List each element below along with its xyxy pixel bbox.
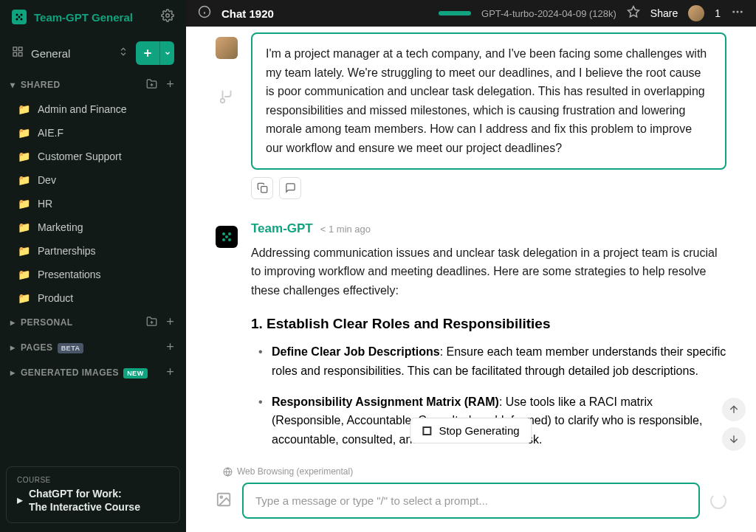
- svg-point-0: [16, 14, 18, 16]
- scroll-up-button[interactable]: [722, 398, 746, 421]
- course-label: COURSE: [17, 476, 169, 484]
- model-name[interactable]: GPT-4-turbo-2024-04-09 (128k): [481, 8, 616, 19]
- user-avatar-small: [216, 37, 238, 59]
- share-button[interactable]: Share: [650, 7, 678, 19]
- folder-icon: 📁: [18, 269, 30, 280]
- folder-item[interactable]: 📁Presentations: [6, 263, 186, 286]
- play-icon: ▸: [17, 493, 23, 507]
- folder-item[interactable]: 📁Partnerships: [6, 239, 186, 263]
- stop-icon: [422, 426, 431, 435]
- svg-point-15: [221, 99, 225, 103]
- svg-point-22: [228, 238, 231, 241]
- model-indicator: [439, 11, 471, 15]
- comment-button[interactable]: [279, 177, 301, 199]
- folder-item[interactable]: 📁Marketing: [6, 215, 186, 239]
- section-personal[interactable]: ▸ PERSONAL: [0, 310, 186, 335]
- chevron-right-icon: ▸: [10, 317, 15, 328]
- beta-badge: BETA: [58, 343, 84, 353]
- list-item: Define Clear Job Descriptions: Ensure ea…: [272, 342, 726, 380]
- loading-spinner: [710, 493, 726, 509]
- add-icon[interactable]: [165, 341, 176, 354]
- svg-point-20: [225, 235, 228, 238]
- folder-item[interactable]: 📁Customer Support: [6, 145, 186, 168]
- folder-item[interactable]: 📁Dev: [6, 168, 186, 192]
- svg-point-14: [740, 11, 743, 13]
- general-selector[interactable]: General: [0, 34, 186, 72]
- svg-rect-9: [18, 52, 22, 56]
- general-label: General: [31, 47, 111, 60]
- info-icon[interactable]: [198, 5, 211, 21]
- input-area: Web Browsing (experimental) Type a messa…: [186, 457, 756, 532]
- app-logo[interactable]: [12, 10, 27, 24]
- add-icon[interactable]: [165, 366, 176, 379]
- folder-icon: 📁: [18, 292, 30, 304]
- more-icon[interactable]: [731, 5, 744, 21]
- new-chat-button[interactable]: [136, 41, 159, 65]
- main-area: Chat 1920 GPT-4-turbo-2024-04-09 (128k) …: [186, 0, 756, 532]
- svg-point-21: [222, 238, 225, 241]
- message-input[interactable]: Type a message or type "/" to select a p…: [242, 483, 700, 519]
- copy-button[interactable]: [251, 177, 273, 199]
- folder-item[interactable]: 📁Product: [6, 286, 186, 310]
- sidebar: Team-GPT General General ▾ SHARED: [0, 0, 186, 532]
- shared-folder-list: 📁Admin and Finance 📁AIE.F 📁Customer Supp…: [0, 97, 186, 310]
- folder-icon: 📁: [18, 103, 30, 115]
- svg-point-3: [16, 18, 18, 21]
- user-avatar[interactable]: [688, 5, 704, 21]
- folder-icon: 📁: [18, 151, 30, 162]
- folder-icon: 📁: [18, 127, 30, 139]
- section-pages[interactable]: ▸ PAGESBETA: [0, 335, 186, 360]
- bot-name: Team-GPT: [251, 221, 313, 236]
- section-shared[interactable]: ▾ SHARED: [0, 72, 186, 97]
- svg-rect-7: [18, 47, 22, 51]
- stop-generating-button[interactable]: Stop Generating: [410, 418, 532, 443]
- user-message-row: I'm a project manager at a tech company,…: [216, 32, 726, 199]
- svg-point-2: [18, 16, 21, 18]
- chat-area: I'm a project manager at a tech company,…: [186, 27, 756, 532]
- new-folder-icon[interactable]: [146, 316, 157, 329]
- scroll-buttons: [722, 398, 746, 451]
- new-badge: NEW: [123, 368, 148, 379]
- section-generated-images[interactable]: ▸ GENERATED IMAGESNEW: [0, 360, 186, 385]
- svg-marker-11: [628, 7, 639, 17]
- svg-point-1: [21, 14, 23, 16]
- bot-intro-text: Addressing communication issues and uncl…: [251, 243, 726, 300]
- chevron-down-icon: ▾: [10, 80, 15, 90]
- add-icon[interactable]: [165, 316, 176, 329]
- bot-avatar: [216, 226, 238, 248]
- new-folder-icon[interactable]: [146, 78, 157, 91]
- fork-icon[interactable]: [219, 89, 235, 108]
- svg-rect-6: [13, 47, 17, 51]
- svg-point-25: [220, 496, 222, 498]
- new-chat-dropdown[interactable]: [159, 41, 174, 65]
- star-icon[interactable]: [627, 5, 640, 21]
- scroll-down-button[interactable]: [722, 427, 746, 451]
- folder-item[interactable]: 📁AIE.F: [6, 121, 186, 145]
- settings-icon[interactable]: [161, 9, 174, 25]
- folder-item[interactable]: 📁Admin and Finance: [6, 97, 186, 121]
- topbar: Chat 1920 GPT-4-turbo-2024-04-09 (128k) …: [186, 0, 756, 27]
- svg-point-4: [21, 18, 23, 21]
- chevron-right-icon: ▸: [10, 367, 15, 378]
- svg-point-19: [228, 232, 231, 235]
- folder-icon: 📁: [18, 221, 30, 233]
- svg-rect-17: [261, 187, 267, 193]
- user-count: 1: [715, 7, 721, 19]
- chevron-updown-icon: [118, 46, 128, 60]
- grid-icon: [12, 46, 24, 61]
- svg-point-13: [737, 11, 739, 13]
- svg-rect-8: [13, 52, 17, 56]
- folder-icon: 📁: [18, 198, 30, 210]
- svg-point-18: [222, 232, 225, 235]
- web-browsing-toggle[interactable]: Web Browsing (experimental): [223, 466, 726, 477]
- svg-point-5: [166, 14, 170, 18]
- folder-item[interactable]: 📁HR: [6, 192, 186, 215]
- attach-image-button[interactable]: [216, 491, 232, 511]
- add-icon[interactable]: [165, 78, 176, 91]
- user-message: I'm a project manager at a tech company,…: [251, 32, 726, 170]
- team-name[interactable]: Team-GPT General: [34, 11, 154, 24]
- folder-icon: 📁: [18, 245, 30, 257]
- chat-title: Chat 1920: [221, 7, 428, 20]
- course-card[interactable]: COURSE ▸ ChatGPT for Work: The Interacti…: [6, 466, 180, 523]
- bot-message-row: Team-GPT < 1 min ago Addressing communic…: [216, 221, 726, 483]
